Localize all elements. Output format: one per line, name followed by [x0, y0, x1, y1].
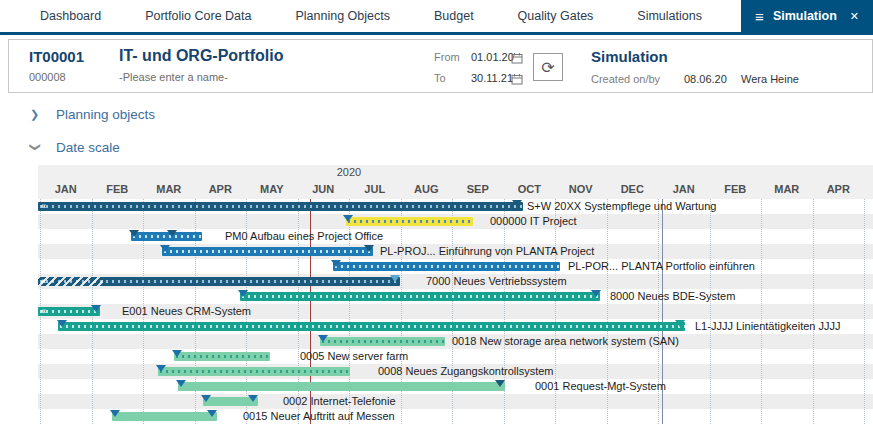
milestone-marker-icon[interactable] [343, 215, 353, 222]
gantt-bar[interactable]: « [38, 202, 523, 211]
gantt-row: 0002 Internet-Telefonie [0, 394, 873, 409]
gantt-bar[interactable]: « [38, 277, 400, 286]
milestone-marker-icon[interactable] [512, 200, 522, 207]
gantt-bar[interactable] [162, 247, 373, 256]
gantt-bar[interactable] [346, 217, 473, 226]
gantt-bar[interactable] [174, 352, 270, 361]
gantt-bar[interactable] [158, 367, 350, 376]
tab-quality-gates[interactable]: Quality Gates [496, 0, 616, 32]
milestone-marker-icon[interactable] [318, 335, 328, 342]
milestone-marker-icon[interactable] [201, 395, 211, 402]
section-date-scale[interactable]: ❯ Date scale [30, 140, 120, 155]
gantt-bar[interactable] [112, 412, 217, 421]
milestone-marker-icon[interactable] [207, 410, 217, 417]
month-gridline [864, 199, 865, 424]
bar-label: PL-PROJ... Einführung von PLANTA Project [380, 244, 594, 259]
from-date-field[interactable]: 01.01.20 [471, 51, 514, 63]
tab-budget[interactable]: Budget [412, 0, 496, 32]
chevron-down-icon[interactable]: ❯ [29, 143, 42, 153]
year-label: 2020 [299, 166, 399, 178]
simulation-id: 000008 [29, 71, 66, 83]
gantt-row: «S+W 20XX Systempflege und Wartung [0, 199, 873, 214]
scroll-back-icon[interactable]: « [41, 274, 45, 288]
bar-label: 0018 New storage area network system (SA… [452, 334, 679, 349]
gantt-row: 0008 Neues Zugangskontrollsystem [0, 364, 873, 379]
simulation-title: Simulation [591, 48, 668, 65]
bar-label: 0001 Request-Mgt-System [535, 379, 666, 394]
gantt-row: «E001 Neues CRM-System [0, 304, 873, 319]
menu-icon[interactable]: ≡ [755, 8, 764, 25]
month-label: NOV [555, 181, 607, 197]
to-date-field[interactable]: 30.11.21 [471, 72, 513, 84]
gantt-row: L1-JJJJ Linientätigkeiten JJJJ [0, 319, 873, 334]
month-label: JUL [349, 181, 401, 197]
calendar-icon-to[interactable] [511, 71, 523, 89]
milestone-marker-icon[interactable] [129, 230, 139, 237]
tab-portfolio-core-data[interactable]: Portfolio Core Data [123, 0, 273, 32]
planning-objects-label: Planning objects [56, 107, 155, 122]
milestone-marker-icon[interactable] [160, 245, 170, 252]
milestone-marker-icon[interactable] [172, 350, 182, 357]
from-label: From [434, 51, 460, 63]
section-planning-objects[interactable]: ❯ Planning objects [30, 107, 155, 122]
month-gridline [710, 199, 711, 424]
created-by: Wera Heine [741, 73, 799, 85]
milestone-marker-icon[interactable] [156, 365, 166, 372]
gantt-bar[interactable] [178, 382, 505, 391]
gantt-row: PL-PROJ... Einführung von PLANTA Project [0, 244, 873, 259]
bar-label: S+W 20XX Systempflege und Wartung [527, 199, 716, 214]
created-date: 08.06.20 [684, 73, 727, 85]
month-label: FEB [92, 181, 144, 197]
milestone-marker-icon[interactable] [110, 410, 120, 417]
portfolio-name: IT- und ORG-Portfolio [119, 47, 283, 65]
gantt-row: 0015 Neuer Auftritt auf Messen [0, 409, 873, 424]
gantt-bar[interactable] [333, 262, 560, 271]
bar-label: E001 Neues CRM-System [122, 304, 251, 319]
scroll-back-icon[interactable]: « [41, 304, 45, 318]
bar-label: PL-POR... PLANTA Portfolio einführen [568, 259, 755, 274]
milestone-marker-icon[interactable] [248, 395, 258, 402]
milestone-marker-icon[interactable] [591, 290, 601, 297]
date-scale-label: Date scale [56, 140, 120, 155]
tab-simulation-active[interactable]: ≡ Simulation ✕ [741, 0, 873, 32]
milestone-marker-icon[interactable] [364, 245, 374, 252]
milestone-marker-icon[interactable] [176, 380, 186, 387]
bar-label: 0005 New server farm [300, 349, 408, 364]
milestone-marker-icon[interactable] [238, 290, 248, 297]
month-label: APR [813, 181, 865, 197]
calendar-icon-from[interactable] [511, 50, 523, 68]
close-icon[interactable]: ✕ [850, 10, 859, 23]
gantt-bar[interactable] [240, 292, 600, 301]
milestone-marker-icon[interactable] [331, 260, 341, 267]
bar-label: 0002 Internet-Telefonie [283, 394, 396, 409]
gantt-rows: «S+W 20XX Systempflege und Wartung000000… [0, 199, 873, 424]
gantt-row: 8000 Neues BDE-System [0, 289, 873, 304]
milestone-marker-icon[interactable] [91, 305, 101, 312]
month-label: JUN [298, 181, 350, 197]
simulation-page: DashboardPortfolio Core DataPlanning Obj… [0, 0, 873, 424]
milestone-marker-icon[interactable] [57, 320, 67, 327]
portfolio-id: IT00001 [29, 48, 84, 65]
scroll-back-icon[interactable]: « [41, 199, 45, 213]
tab-dashboard[interactable]: Dashboard [0, 0, 123, 32]
month-gridline [761, 199, 762, 424]
portfolio-header-card: IT00001 000008 IT- und ORG-Portfolio -Pl… [8, 39, 873, 93]
tab-simulations[interactable]: Simulations [615, 0, 724, 32]
refresh-button[interactable]: ⟳ [533, 53, 563, 81]
gantt-bar[interactable] [58, 322, 685, 331]
milestone-marker-icon[interactable] [390, 275, 400, 282]
milestone-marker-icon[interactable] [675, 320, 685, 327]
month-label: FEB [710, 181, 762, 197]
bar-label: PM0 Aufbau eines Project Office [225, 229, 383, 244]
gantt-row: «7000 Neues Vertriebssystem [0, 274, 873, 289]
gantt-bar[interactable] [320, 337, 445, 346]
bar-label: L1-JJJJ Linientätigkeiten JJJJ [695, 319, 841, 334]
tab-planning-objects[interactable]: Planning Objects [273, 0, 412, 32]
simulation-name-field[interactable]: -Please enter a name- [119, 71, 228, 83]
gantt-row: PL-POR... PLANTA Portfolio einführen [0, 259, 873, 274]
gantt-scale: 2020 JANFEBMARAPRMAYJUNJULAUGSEPOCTNOVDE… [0, 165, 873, 199]
milestone-marker-icon[interactable] [495, 380, 505, 387]
chevron-right-icon[interactable]: ❯ [30, 108, 40, 121]
milestone-marker-icon[interactable] [167, 230, 177, 237]
month-label: SEP [452, 181, 504, 197]
